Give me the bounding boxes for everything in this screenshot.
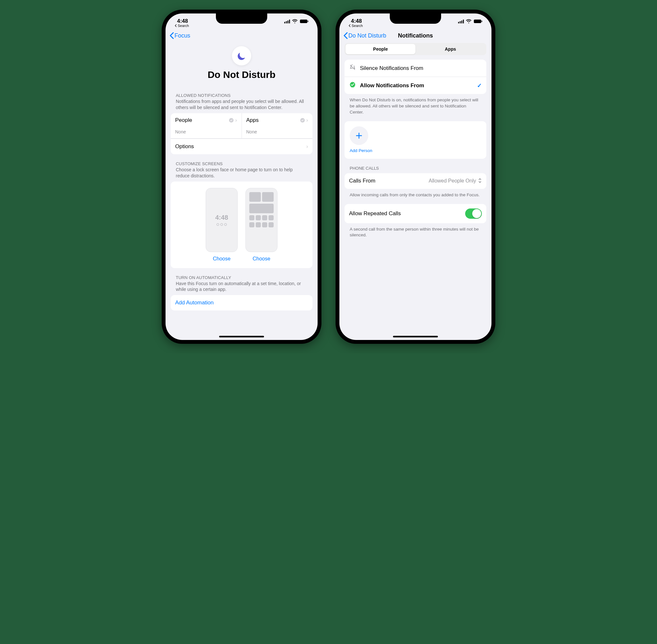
svg-rect-4 xyxy=(474,20,481,23)
people-label: People xyxy=(175,117,192,123)
updown-icon xyxy=(478,178,482,184)
options-row[interactable]: Options › xyxy=(171,139,313,154)
svg-rect-1 xyxy=(308,21,308,22)
back-to-search-link[interactable]: Search xyxy=(175,24,189,28)
calls-from-value: Allowed People Only xyxy=(429,178,476,184)
status-time: 4:48 xyxy=(348,18,362,24)
apps-value: None xyxy=(246,129,308,134)
svg-rect-0 xyxy=(300,20,307,23)
add-person-button[interactable] xyxy=(350,127,368,145)
content-left[interactable]: Do Not Disturb ALLOWED NOTIFICATIONS Not… xyxy=(165,42,318,340)
tab-people[interactable]: People xyxy=(345,44,415,54)
add-person-card: Add Person xyxy=(344,121,486,159)
back-to-search-link[interactable]: Search xyxy=(348,24,363,28)
apps-cell[interactable]: Apps › None xyxy=(242,113,313,138)
apps-label: Apps xyxy=(246,117,259,123)
allow-row[interactable]: Allow Notifications From ✓ xyxy=(344,77,486,94)
mini-time-label: 4:48 xyxy=(215,214,228,221)
customize-card: 4:48 Choose xyxy=(171,182,313,268)
repeated-calls-row: Allow Repeated Calls xyxy=(344,204,486,223)
calls-footer: Allow incoming calls from only the conta… xyxy=(344,189,486,198)
wifi-icon xyxy=(466,19,472,23)
add-person-label: Add Person xyxy=(350,148,481,153)
wifi-icon xyxy=(292,19,298,23)
phone-left: 4:48 Search Focus xyxy=(162,9,321,344)
content-right[interactable]: People Apps Silence Notifications From A… xyxy=(339,42,492,340)
allowed-header: ALLOWED NOTIFICATIONS xyxy=(171,86,313,98)
people-cell[interactable]: People › None xyxy=(171,113,242,138)
auto-header: TURN ON AUTOMATICALLY xyxy=(171,268,313,281)
screen-left: 4:48 Search Focus xyxy=(165,14,318,340)
battery-icon xyxy=(300,19,309,23)
nav-bar: Do Not Disturb Notifications xyxy=(339,30,492,42)
mini-dots-icon xyxy=(217,223,227,226)
home-screen-preview[interactable]: Choose xyxy=(245,188,277,262)
add-automation-label: Add Automation xyxy=(175,300,214,306)
repeated-calls-toggle[interactable] xyxy=(465,208,482,219)
nav-back-button[interactable]: Do Not Disturb xyxy=(343,32,386,39)
verified-icon xyxy=(300,118,305,123)
repeated-label: Allow Repeated Calls xyxy=(349,210,401,217)
choose-homescreen-button[interactable]: Choose xyxy=(245,256,277,262)
bell-slash-icon xyxy=(349,64,356,72)
repeated-calls-card: Allow Repeated Calls xyxy=(344,204,486,223)
allow-label: Allow Notifications From xyxy=(360,83,424,89)
automation-card: Add Automation xyxy=(171,295,313,310)
notch xyxy=(216,14,267,24)
screen-right: 4:48 Search Do Not Disturb xyxy=(339,14,492,340)
back-search-label: Search xyxy=(178,24,189,28)
calls-from-card: Calls From Allowed People Only xyxy=(344,173,486,189)
lock-screen-preview[interactable]: 4:48 Choose xyxy=(206,188,238,262)
home-indicator[interactable] xyxy=(219,336,264,338)
nav-bar: Focus xyxy=(165,30,318,42)
calls-from-label: Calls From xyxy=(349,178,375,184)
chevron-icon: › xyxy=(307,144,308,150)
phone-right: 4:48 Search Do Not Disturb xyxy=(336,9,495,344)
status-time: 4:48 xyxy=(175,18,188,24)
allowed-sub: Notifications from apps and people you s… xyxy=(171,98,313,113)
back-search-label: Search xyxy=(352,24,363,28)
people-value: None xyxy=(175,129,237,134)
battery-icon xyxy=(474,19,482,23)
home-indicator[interactable] xyxy=(393,336,438,338)
add-automation-row[interactable]: Add Automation xyxy=(171,295,313,310)
page-title: Do Not Disturb xyxy=(171,69,313,80)
silence-label: Silence Notifications From xyxy=(360,65,423,71)
checkmark-icon: ✓ xyxy=(477,82,482,89)
phone-calls-header: PHONE CALLS xyxy=(344,159,486,173)
notch xyxy=(390,14,441,24)
nav-back-label: Do Not Disturb xyxy=(348,32,386,39)
check-seal-icon xyxy=(349,82,356,90)
auto-sub: Have this Focus turn on automatically at… xyxy=(171,281,313,295)
repeated-footer: A second call from the same person withi… xyxy=(344,223,486,238)
plus-icon xyxy=(355,132,363,139)
chevron-icon: › xyxy=(235,117,237,123)
chevron-icon: › xyxy=(307,117,308,123)
svg-rect-5 xyxy=(481,21,482,22)
options-label: Options xyxy=(175,143,194,150)
nav-back-button[interactable]: Focus xyxy=(169,32,190,39)
silence-row[interactable]: Silence Notifications From xyxy=(344,60,486,77)
cellular-icon xyxy=(284,20,290,23)
silence-allow-card: Silence Notifications From Allow Notific… xyxy=(344,60,486,94)
choose-lockscreen-button[interactable]: Choose xyxy=(206,256,238,262)
hero: Do Not Disturb xyxy=(171,42,313,86)
tab-apps[interactable]: Apps xyxy=(415,44,485,54)
verified-icon xyxy=(229,118,234,123)
customize-header: CUSTOMIZE SCREENS xyxy=(171,154,313,167)
segmented-control: People Apps xyxy=(344,43,486,55)
moon-icon xyxy=(232,46,251,65)
calls-from-row[interactable]: Calls From Allowed People Only xyxy=(344,173,486,189)
nav-back-label: Focus xyxy=(175,32,190,39)
allow-footer: When Do Not Disturb is on, notifications… xyxy=(344,94,486,115)
allowed-card: People › None Apps xyxy=(171,113,313,154)
customize-sub: Choose a lock screen face or home page t… xyxy=(171,167,313,182)
cellular-icon xyxy=(458,20,464,23)
